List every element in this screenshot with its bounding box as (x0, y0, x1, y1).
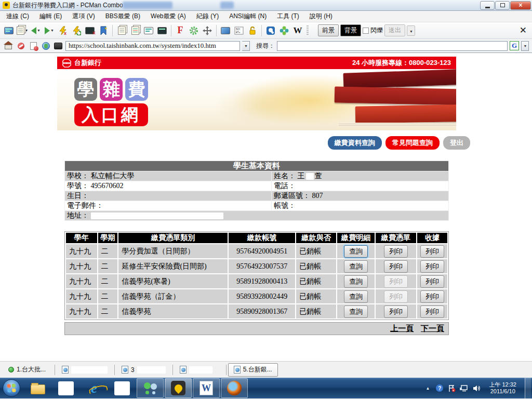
tab-2[interactable] (57, 363, 113, 377)
maximize-button[interactable] (495, 1, 510, 10)
query-detail-button[interactable]: 查詢 (344, 275, 368, 288)
fee-type: 信義學苑 (118, 304, 228, 318)
copy-ansi-icon[interactable] (129, 24, 141, 37)
query-detail-button[interactable]: 查詢 (344, 305, 368, 318)
menu-bbs-favorites[interactable]: BBS最愛 (B) (100, 10, 145, 22)
resize-icon[interactable] (201, 24, 214, 37)
print-receipt-button[interactable]: 列印 (420, 290, 444, 303)
pcman-taskbar-icon[interactable] (165, 378, 192, 398)
zip-cell: 郵遞區號： 807 (272, 191, 449, 201)
globe-icon[interactable] (41, 41, 51, 51)
print-receipt-button[interactable]: 列印 (420, 245, 444, 258)
address-dropdown-icon[interactable]: ▼ (242, 41, 250, 51)
send-dropdown[interactable]: ▼ (407, 25, 415, 36)
pcman-logo-icon[interactable] (264, 24, 277, 37)
terminal-icon[interactable] (53, 41, 63, 51)
print-voucher-button[interactable]: 列印 (384, 245, 408, 258)
print-voucher-button[interactable]: 列印 (384, 290, 408, 303)
query-detail-button[interactable]: 查詢 (344, 260, 368, 273)
send-button[interactable]: 送出 (384, 24, 405, 36)
tab-1[interactable]: 1.台大批... (3, 363, 53, 377)
print-receipt-button[interactable]: 列印 (420, 305, 444, 318)
word-taskbar-icon[interactable]: W (193, 378, 220, 398)
menu-history[interactable]: 紀錄 (Y) (191, 10, 224, 22)
copy-icon[interactable] (115, 24, 128, 37)
query-detail-button[interactable]: 查詢 (344, 245, 368, 258)
firefox-taskbar-icon[interactable] (221, 378, 248, 398)
minimize-button[interactable] (480, 1, 495, 10)
window-mode-icon[interactable] (219, 24, 232, 37)
taskbar-clock[interactable]: 上午 12:32 2011/6/10 (485, 381, 521, 395)
query-detail-button[interactable]: 查詢 (344, 290, 368, 303)
search-label: 搜尋： (256, 42, 275, 50)
search-engine-dropdown-icon[interactable]: ▼ (521, 41, 529, 51)
explorer-taskbar-icon[interactable] (24, 378, 51, 398)
site-list-icon[interactable] (3, 24, 15, 37)
student-info-title: 學生基本資料 (65, 161, 449, 171)
preview-terminal-icon[interactable] (156, 24, 168, 37)
blink-checkbox[interactable] (363, 28, 369, 34)
menu-help[interactable]: 說明 (H) (304, 10, 338, 22)
background-button[interactable]: 背景 (340, 24, 361, 36)
tab-5-active[interactable]: 5.台新銀... (228, 363, 278, 377)
reconnect-icon[interactable] (70, 24, 83, 37)
show-desktop-button[interactable] (525, 378, 531, 398)
menu-edit[interactable]: 編輯 (E) (34, 10, 67, 22)
ie-taskbar-icon[interactable]: e (81, 378, 108, 398)
fee-account: 95890928001367 (229, 304, 295, 318)
menu-connect[interactable]: 連線 (C) (1, 10, 34, 22)
prev-page-link[interactable]: 上一頁 (390, 324, 414, 332)
back-icon[interactable]: ▼ (30, 24, 42, 37)
add-bookmark-icon[interactable]: + (97, 24, 110, 37)
next-page-link[interactable]: 下一頁 (421, 324, 444, 332)
network-tray-icon[interactable] (460, 384, 468, 392)
start-button[interactable] (3, 379, 20, 397)
forward-icon[interactable]: ▼ (43, 24, 56, 37)
paste-icon[interactable] (142, 24, 155, 37)
lock-icon[interactable] (246, 24, 259, 37)
portal-logo: 學 雜 費 入口網 (74, 78, 148, 126)
tab-4[interactable] (175, 363, 224, 377)
address-input[interactable]: https://school.taishinbank.com.tw/system… (65, 41, 240, 51)
action-center-flag-icon[interactable]: x (447, 384, 456, 392)
volume-tray-icon[interactable] (472, 384, 481, 392)
settings-gear-icon[interactable] (188, 24, 200, 37)
toolbar-close-icon[interactable]: ✕ (520, 25, 527, 36)
print-voucher-button[interactable]: 列印 (384, 260, 408, 273)
disconnect-icon[interactable]: x (57, 24, 69, 37)
search-input[interactable] (277, 41, 508, 51)
redacted-taskbar-icon[interactable] (109, 378, 136, 398)
print-receipt-button[interactable]: 列印 (420, 275, 444, 288)
stop-icon[interactable] (16, 41, 26, 51)
menu-tools[interactable]: 工具 (T) (272, 10, 304, 22)
font-icon[interactable]: F (174, 24, 187, 37)
fee-year: 九十九 (66, 289, 97, 303)
stop-page-icon[interactable] (28, 41, 38, 51)
faq-button[interactable]: 常見問題查詢 (385, 136, 440, 150)
menu-web-favorites[interactable]: Web最愛 (A) (145, 10, 191, 22)
windows-flag-icon (7, 383, 16, 392)
payment-query-button[interactable]: 繳費資料查詢 (328, 136, 382, 150)
help-tray-icon[interactable]: ? (436, 384, 443, 392)
messenger-taskbar-icon[interactable] (137, 378, 164, 398)
print-voucher-button[interactable]: 列印 (384, 275, 408, 288)
book-image (355, 104, 456, 123)
hidden-icons-chevron-icon[interactable]: ▲ (423, 384, 432, 392)
google-search-icon[interactable]: G (510, 41, 519, 50)
menu-options[interactable]: 選項 (V) (67, 10, 100, 22)
home-icon[interactable] (3, 41, 14, 51)
new-page-icon[interactable]: ▼ (16, 24, 29, 37)
logout-button[interactable]: 登出 (443, 136, 470, 150)
print-receipt-button[interactable]: 列印 (420, 260, 444, 273)
flower-icon[interactable] (278, 24, 290, 37)
tab-3[interactable]: 3 (116, 363, 171, 377)
fee-year: 九十九 (66, 259, 97, 273)
big5-convert-icon[interactable]: 5O!#?+ (233, 24, 245, 37)
redacted-taskbar-icon[interactable] (52, 378, 79, 398)
close-terminal-icon[interactable]: ✕ (84, 24, 96, 37)
close-button[interactable]: × (510, 1, 531, 10)
print-voucher-button[interactable]: 列印 (384, 305, 408, 318)
wikipedia-icon[interactable]: W (291, 24, 304, 37)
menu-ansi-edit[interactable]: ANSI編輯 (N) (224, 10, 272, 22)
foreground-button[interactable]: 前景 (318, 24, 339, 36)
